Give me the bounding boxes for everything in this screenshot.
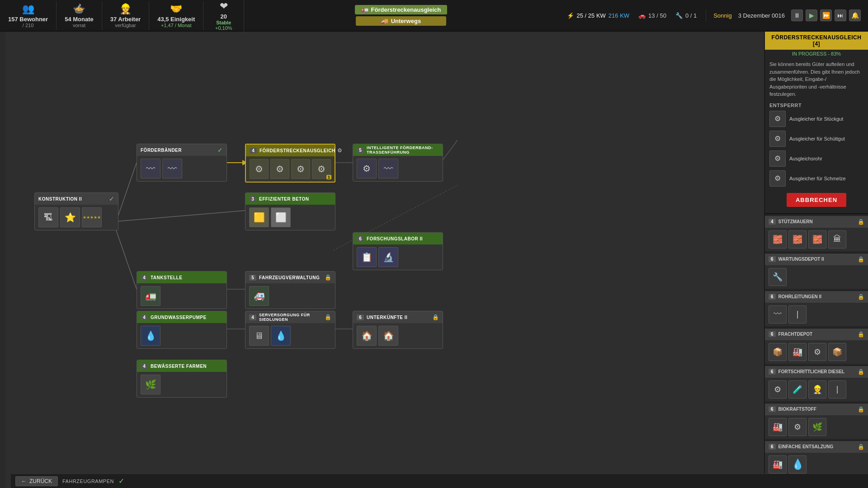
node-konstruktion2[interactable]: KONSTRUKTION II ✓ 🏗 ⭐ ★★★★★ (34, 192, 118, 230)
unlock-icon-4: ⚙ (769, 170, 786, 187)
rp-header-biokraftstoff: 6 BIOKRAFTSTOFF 🔒 (765, 404, 868, 415)
rp-body-stuetzmauern: 🧱 🧱 🧱 🏛 (765, 228, 868, 251)
back-button[interactable]: ← ZURÜCK (15, 476, 58, 486)
fast-forward-button[interactable]: ⏩ (820, 9, 832, 21)
sound-button[interactable]: 🔔 (849, 9, 861, 21)
rp-body-wartungsdepot2: 🔧 (765, 265, 868, 289)
rp-level-rohrleitungen2: 6 (769, 294, 776, 300)
rp-node-biokraftstoff[interactable]: 6 BIOKRAFTSTOFF 🔒 🏭 ⚙ 🌿 (765, 404, 868, 441)
unlock-text-1: Ausgleicher für Stückgut (789, 116, 843, 122)
rp-lock-biokraftstoff: 🔒 (858, 406, 864, 413)
node-body-bewaesserte-farmen: 🌿 (137, 372, 226, 397)
months-sub: vorrat (73, 23, 85, 28)
date-text: 3 Dezember 0016 (738, 12, 785, 19)
node-header-forderausgleich: 4 FÖRDERSTRECKENAUSGLEICH ⚙ (246, 145, 335, 156)
unity-sub: +1,47 / Monat (161, 23, 192, 28)
unlock-item-4[interactable]: ⚙ Ausgleicher für Schmelze (765, 169, 868, 188)
unlock-item-1[interactable]: ⚙ Ausgleicher für Stückgut (765, 109, 868, 129)
node-intelligente[interactable]: 5 INTELLIGENTE FÖRDERBAND-TRASSENFÜHRUNG… (353, 144, 443, 182)
mission-icon: 🚛 (361, 6, 368, 13)
node-title-tankstelle: TANKSTELLE (151, 275, 223, 280)
mission-sub-icon: 🚚 (381, 18, 388, 24)
rp-header-entsalzung: 6 EINFACHE ENTSALZUNG 🔒 (765, 441, 868, 453)
rp-icon-stuetzmauern-1: 🧱 (769, 230, 787, 249)
power-total: 216 KW (609, 12, 629, 19)
rp-icon-stuetzmauern-4: 🏛 (828, 230, 846, 249)
unlock-text-4: Ausgleicher für Schmelze (789, 176, 846, 181)
node-forderausgleich[interactable]: 4 FÖRDERSTRECKENAUSGLEICH ⚙ ⚙ ⚙ ⚙ ⚙1 (245, 144, 335, 183)
skip-button[interactable]: ⏭ (835, 9, 846, 21)
rp-icon-fracht3: ⚙ (808, 343, 826, 361)
node-bewaesserte-farmen[interactable]: 4 BEWÄSSERTE FARMEN 🌿 (137, 360, 227, 398)
stable-value: 20 (221, 13, 227, 20)
item-icon-tank1: 🚛 (141, 286, 160, 306)
rp-icon-stuetzmauern-2: 🧱 (788, 230, 807, 249)
rp-icon-entsalz2: 💧 (788, 455, 807, 474)
rp-lock-rohrleitungen2: 🔒 (858, 294, 864, 300)
node-body-foerderbaender: 〰 〰 (137, 156, 226, 181)
rp-node-entsalzung[interactable]: 6 EINFACHE ENTSALZUNG 🔒 🏭 💧 (765, 441, 868, 479)
rp-title-rohrleitungen2: ROHRLEITUNGEN II (778, 294, 858, 299)
rp-icon-rohr2: | (788, 305, 807, 324)
workers-stat: 👷 37 Arbeiter verfügbar (102, 1, 149, 30)
node-header-bewaesserte-farmen: 4 BEWÄSSERTE FARMEN (137, 360, 226, 372)
svg-line-0 (116, 163, 137, 221)
residents-sub: / 210 (23, 23, 33, 28)
item-icon-eq4: ⚙1 (312, 159, 331, 179)
node-tankstelle[interactable]: 4 TANKSTELLE 🚛 (137, 271, 227, 309)
node-header-forschungslabor2: 6 FORSCHUNGSLABOR II (353, 233, 443, 244)
unlock-item-3[interactable]: ⚙ Ausgleichsrohr (765, 149, 868, 169)
node-grundwasserpumpe[interactable]: 4 GRUNDWASSERPUMPE 💧 (137, 311, 227, 349)
rp-icon-diesel3: 👷 (808, 380, 826, 399)
top-far-right: Sonnig 3 Dezember 0016 ⏸ ▶ ⏩ ⏭ 🔔 (706, 9, 868, 21)
node-header-konstruktion2: KONSTRUKTION II ✓ (35, 193, 118, 205)
node-header-unterkunfte2: 6 UNTERKÜNFTE II 🔒 (353, 311, 443, 323)
rp-icon-diesel1: ⚙ (769, 380, 787, 399)
unlock-text-2: Ausgleicher für Schüttgut (789, 136, 845, 141)
node-forschungslabor2[interactable]: 6 FORSCHUNGSLABOR II 📋 🔬 (353, 232, 443, 270)
node-body-tankstelle: 🚛 (137, 283, 226, 309)
weather-text: Sonnig (713, 12, 731, 19)
rp-node-diesel[interactable]: 6 FORTSCHRITTLICHER DIESEL 🔒 ⚙ 🧪 👷 | (765, 366, 868, 404)
rp-node-rohrleitungen2[interactable]: 6 ROHRLEITUNGEN II 🔒 〰 | (765, 291, 868, 328)
pause-button[interactable]: ⏸ (791, 9, 803, 21)
node-title-konstruktion2: KONSTRUKTION II (38, 197, 107, 202)
rp-lock-stuetzmauern: 🔒 (858, 219, 864, 225)
node-body-serverversorgung: 🖥 💧 (245, 323, 335, 348)
rp-level-biokraftstoff: 6 (769, 406, 776, 412)
rp-node-frachtdepot[interactable]: 6 FRACHTDEPOT 🔒 📦 🏭 ⚙ 📦 (765, 328, 868, 366)
control-buttons: ⏸ ▶ ⏩ ⏭ 🔔 (791, 9, 861, 21)
rp-node-wartungsdepot2[interactable]: 6 WARTUNGSDEPOT II 🔒 🔧 (765, 253, 868, 291)
rp-icon-entsalz1: 🏭 (769, 455, 787, 474)
bottom-check-icon: ✓ (118, 477, 124, 485)
level-badge-grundwasserpumpe: 4 (141, 314, 148, 320)
level-badge-serverversorgung: 4 (249, 314, 256, 320)
workers-icon: 👷 (119, 3, 132, 15)
unlock-icon-3: ⚙ (769, 150, 786, 167)
stable-sub: +0,10% (215, 25, 232, 31)
node-header-tankstelle: 4 TANKSTELLE (137, 272, 226, 283)
item-icon-belt1: 〰 (141, 159, 160, 178)
level-badge-tankstelle: 4 (141, 275, 148, 281)
rp-node-stuetzmauern[interactable]: 4 STÜTZMAUERN 🔒 🧱 🧱 🧱 🏛 (765, 216, 868, 253)
node-fahrzeugverwaltung[interactable]: 5 FAHRZEUGVERWALTUNG 🔒 🚑 (245, 271, 335, 309)
play-button[interactable]: ▶ (806, 9, 817, 21)
node-serverversorgung[interactable]: 4 SERVERSORGUNG FÜR SIEDLUNGEN 🔒 🖥 💧 (245, 311, 335, 349)
rp-icon-wartung1: 🔧 (769, 268, 787, 286)
node-title-fahrzeugverwaltung: FAHRZEUGVERWALTUNG (259, 275, 323, 280)
level-badge-effizienter-beton: 3 (249, 196, 256, 202)
unity-icon: 🤝 (170, 3, 182, 15)
node-body-intelligente: ⚙ 〰 (353, 156, 443, 181)
node-foerderbaender[interactable]: FÖRDERBÄNDER ✓ 〰 〰 (137, 144, 227, 182)
rp-title-biokraftstoff: BIOKRAFTSTOFF (778, 407, 858, 412)
svg-line-3 (116, 211, 245, 221)
node-effizienter-beton[interactable]: 3 EFFIZIENTER BETON 🟨 ⬜ (245, 192, 335, 230)
rp-icon-diesel4: | (828, 380, 846, 399)
progress-label: IN PROGRESS - 83% (765, 50, 868, 58)
unlock-item-2[interactable]: ⚙ Ausgleicher für Schüttgut (765, 129, 868, 149)
mission-sub-text: Unterwegs (391, 18, 421, 24)
abort-button[interactable]: ABBRECHEN (787, 193, 846, 207)
rp-header-frachtdepot: 6 FRACHTDEPOT 🔒 (765, 328, 868, 340)
node-unterkunfte2[interactable]: 6 UNTERKÜNFTE II 🔒 🏠 🏠 (353, 311, 443, 349)
item-icon-beton: 🏗 (38, 207, 58, 227)
